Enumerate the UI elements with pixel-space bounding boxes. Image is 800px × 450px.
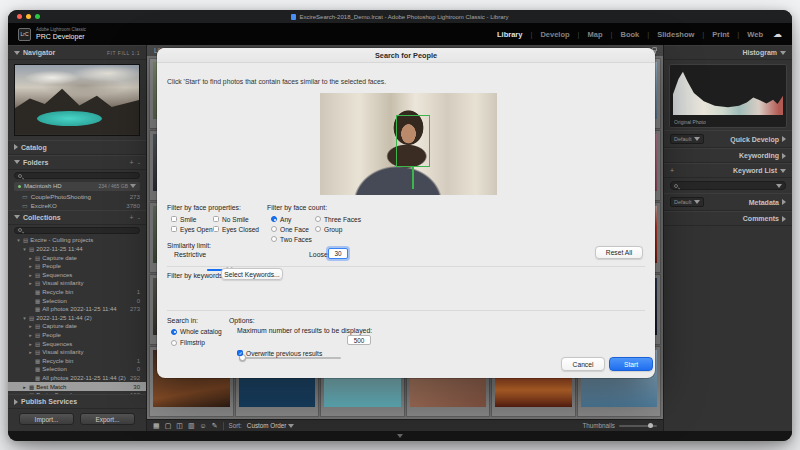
checkbox-icon[interactable] — [213, 226, 219, 232]
add-keyword-icon[interactable]: + — [670, 167, 674, 174]
saved-preset-dropdown[interactable]: Default — [670, 134, 704, 144]
disclosure-icon[interactable]: ▾ — [16, 237, 21, 243]
disclosure-icon[interactable]: ▾ — [22, 315, 27, 321]
search-in-radio[interactable]: Whole catalog — [171, 326, 241, 337]
thumbnail-size-slider[interactable] — [619, 425, 657, 427]
remove-collection-icon[interactable]: - — [138, 214, 140, 221]
keyword-filter-input[interactable] — [670, 181, 786, 190]
disclosure-icon[interactable]: ▸ — [22, 384, 27, 390]
cloud-sync-icon[interactable]: ☁ — [773, 29, 782, 39]
cancel-button[interactable]: Cancel — [561, 357, 605, 371]
face-count-radio[interactable]: Two Faces — [271, 234, 319, 244]
disclosure-icon[interactable]: ▸ — [28, 332, 33, 338]
collection-row[interactable]: ▦ Recycle bin 1 — [8, 356, 146, 365]
disclosure-icon[interactable]: ▸ — [28, 280, 33, 286]
face-count-radio[interactable]: One Face — [271, 224, 319, 234]
add-folder-icon[interactable]: + — [130, 159, 134, 166]
keywording-header[interactable]: Keywording — [664, 148, 792, 163]
face-count-radio[interactable]: Any — [271, 214, 319, 224]
collection-row[interactable]: ▦ Selection 0 — [8, 365, 146, 374]
survey-view-icon[interactable]: ▥ — [188, 422, 195, 429]
collection-row[interactable]: ▸ ▤ People — [8, 262, 146, 271]
painter-icon[interactable]: ✎ — [212, 422, 218, 429]
quick-develop-header[interactable]: Default Quick Develop — [664, 130, 792, 148]
export-button[interactable]: Export... — [80, 413, 135, 425]
module-tab[interactable]: Develop — [536, 30, 583, 39]
select-keywords-button[interactable]: Select Keywords... — [221, 268, 283, 280]
navigator-preview-photo[interactable] — [14, 64, 140, 136]
disclosure-icon[interactable]: ▸ — [28, 341, 33, 347]
add-collection-icon[interactable]: + — [130, 214, 134, 221]
close-window-icon[interactable] — [17, 14, 22, 19]
catalog-header[interactable]: Catalog — [8, 140, 146, 155]
metadata-header[interactable]: Default Metadata — [664, 193, 792, 211]
search-in-radio[interactable]: Filmstrip — [171, 337, 241, 348]
face-detection-box[interactable] — [396, 115, 430, 167]
slider-knob[interactable] — [648, 423, 653, 428]
radio-icon[interactable] — [271, 226, 277, 232]
module-tab[interactable]: Map — [584, 30, 617, 39]
module-tab[interactable]: Print — [708, 30, 743, 39]
metadata-preset-dropdown[interactable]: Default — [670, 197, 704, 207]
radio-icon[interactable] — [315, 216, 321, 222]
disclosure-icon[interactable]: ▾ — [22, 246, 27, 252]
reset-all-button[interactable]: Reset All — [595, 246, 643, 259]
face-property-checkbox[interactable]: Eyes Closed — [213, 224, 261, 234]
sort-order-dropdown[interactable]: Custom Order — [247, 422, 295, 429]
collection-row[interactable]: ▸ ▤ Sequences — [8, 270, 146, 279]
checkbox-icon[interactable] — [171, 226, 177, 232]
disclosure-icon[interactable]: ▸ — [28, 349, 33, 355]
folders-header[interactable]: Folders +- — [8, 155, 146, 170]
folder-row[interactable]: ▭ CouplePhotoShooting 273 — [8, 192, 146, 201]
collection-row[interactable]: ▸ ▤ Sequences — [8, 339, 146, 348]
minimize-window-icon[interactable] — [26, 14, 31, 19]
module-tab[interactable]: Web — [743, 30, 767, 39]
collection-row[interactable]: ▾ ▤ 2022-11-25 11:44 — [8, 245, 146, 254]
checkbox-icon[interactable] — [171, 216, 177, 222]
folders-search-input[interactable] — [14, 172, 140, 180]
collection-row[interactable]: ▦ All photos 2022-11-25 11:44 273 — [8, 305, 146, 314]
collection-row[interactable]: ▸ ▤ Capture date — [8, 322, 146, 331]
remove-folder-icon[interactable]: - — [138, 159, 140, 166]
module-tab[interactable]: Slideshow — [653, 30, 708, 39]
radio-icon[interactable] — [315, 226, 321, 232]
collection-row[interactable]: ▾ ▤ Excire - Culling projects — [8, 236, 146, 245]
collection-row[interactable]: ▾ ▤ 2022-11-25 11:44 (2) — [8, 313, 146, 322]
face-property-checkbox[interactable]: Eyes Open — [171, 224, 213, 234]
collection-row[interactable]: ▸ ▤ Visual similarity — [8, 279, 146, 288]
radio-icon[interactable] — [271, 216, 277, 222]
people-view-icon[interactable]: ☺ — [200, 422, 207, 429]
start-button[interactable]: Start — [609, 357, 653, 371]
collections-search-input[interactable] — [14, 227, 140, 235]
filmstrip-toggle-bar[interactable] — [8, 431, 792, 441]
collection-row[interactable]: ▸ ▦ Best Match 30 — [8, 382, 146, 391]
similarity-value-input[interactable]: 30 — [328, 248, 348, 259]
face-count-radio[interactable]: Group — [315, 224, 363, 234]
collection-row[interactable]: ▸ ▤ Capture date — [8, 253, 146, 262]
grid-view-icon[interactable]: ▦ — [153, 422, 160, 429]
navigator-header[interactable]: Navigator FIT FILL 1:1 — [8, 45, 146, 60]
disclosure-icon[interactable]: ▸ — [28, 263, 33, 269]
histogram-header[interactable]: Histogram — [664, 45, 792, 60]
publish-services-header[interactable]: Publish Services — [8, 394, 146, 409]
face-property-checkbox[interactable]: Smile — [171, 214, 213, 224]
radio-icon[interactable] — [171, 329, 177, 335]
folder-row[interactable]: ▭ ExcireKO 3780 — [8, 201, 146, 210]
import-button[interactable]: Import... — [19, 413, 74, 425]
collection-row[interactable]: ▦ Recycle bin 1 — [8, 288, 146, 297]
filmstrip-toggle-icon[interactable] — [397, 434, 403, 438]
loupe-view-icon[interactable]: ▢ — [165, 422, 172, 429]
comments-header[interactable]: Comments — [664, 211, 792, 226]
checkbox-icon[interactable] — [237, 350, 243, 356]
face-count-radio[interactable]: Three Faces — [315, 214, 363, 224]
disclosure-icon[interactable]: ▸ — [28, 323, 33, 329]
keyword-list-header[interactable]: + Keyword List — [664, 163, 792, 178]
module-tab[interactable]: Library — [493, 30, 536, 39]
checkbox-icon[interactable] — [213, 216, 219, 222]
overwrite-checkbox[interactable]: Overwrite previous results — [237, 348, 347, 358]
disclosure-icon[interactable]: ▸ — [28, 272, 33, 278]
compare-view-icon[interactable]: ◫ — [176, 422, 183, 429]
max-results-input[interactable]: 500 — [347, 335, 371, 345]
volume-browser[interactable]: Macintosh HD 234 / 465 GB — [14, 182, 140, 190]
radio-icon[interactable] — [171, 340, 177, 346]
